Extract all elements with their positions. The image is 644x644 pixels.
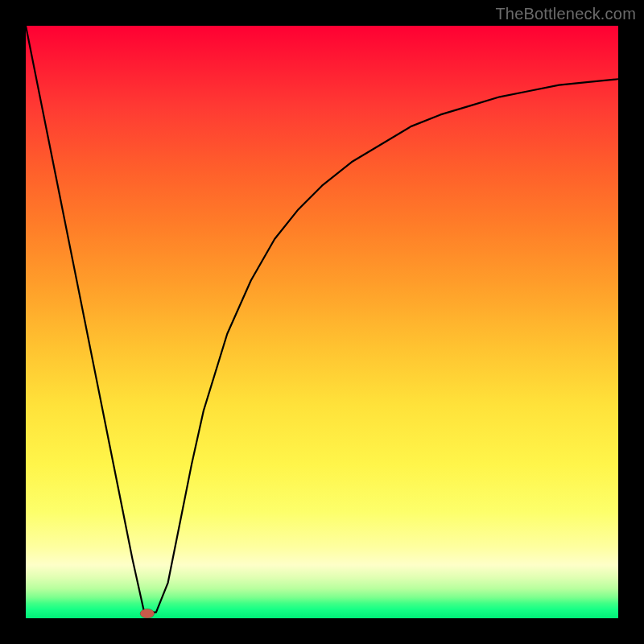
plot-area — [26, 26, 618, 618]
optimal-point-marker — [140, 609, 155, 618]
bottleneck-curve-line — [26, 26, 618, 613]
watermark-text: TheBottleneck.com — [495, 5, 636, 23]
chart-frame: TheBottleneck.com — [0, 0, 644, 644]
chart-svg — [26, 26, 618, 618]
